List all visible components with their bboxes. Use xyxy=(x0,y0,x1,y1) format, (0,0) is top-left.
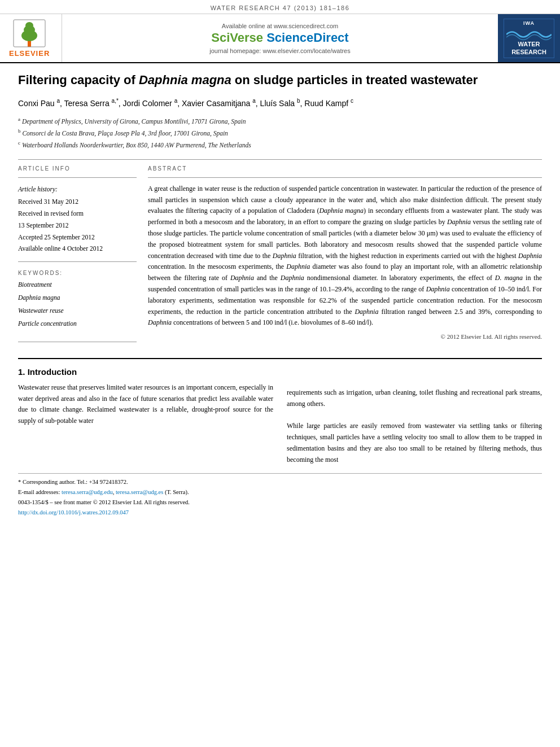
keywords-list: Biotreatment Daphnia magna Wastewater re… xyxy=(18,278,137,330)
doi-link[interactable]: http://dx.doi.org/10.1016/j.watres.2012.… xyxy=(18,509,129,516)
elsevier-left: ELSEVIER xyxy=(0,14,62,62)
footnote-issn: 0043-1354/$ – see front matter © 2012 El… xyxy=(18,497,542,508)
affiliations: a Department of Physics, University of G… xyxy=(18,115,542,151)
email-link-1[interactable]: teresa.serra@udg.edu xyxy=(62,489,113,495)
keywords-section: Keywords: Biotreatment Daphnia magna Was… xyxy=(18,270,137,330)
elsevier-tree-icon xyxy=(12,19,46,48)
sciencedirect-text: ScienceDirect xyxy=(263,30,349,45)
water-research-box: IWA WATER RESEARCH xyxy=(504,19,554,58)
keyword-3: Wastewater reuse xyxy=(18,304,137,317)
affiliation-a: a Department of Physics, University of G… xyxy=(18,115,542,127)
divider-keywords xyxy=(18,261,137,262)
divider-article-info xyxy=(18,177,137,178)
main-content: Filtering capacity of Daphnia magna on s… xyxy=(0,63,560,529)
footnote-corresponding: * Corresponding author. Tel.: +34 972418… xyxy=(18,477,542,487)
footnotes: * Corresponding author. Tel.: +34 972418… xyxy=(18,473,542,517)
keyword-1: Biotreatment xyxy=(18,278,137,291)
right-banner: IWA WATER RESEARCH xyxy=(498,14,560,62)
keywords-label: Keywords: xyxy=(18,270,137,276)
water-research-label: WATER RESEARCH xyxy=(504,41,554,55)
footnote-email: E-mail addresses: teresa.serra@udg.edu, … xyxy=(18,487,542,497)
authors: Conxi Pau a, Teresa Serra a,*, Jordi Col… xyxy=(18,97,542,110)
available-date: Available online 4 October 2012 xyxy=(18,243,137,255)
accepted-date: Accepted 25 September 2012 xyxy=(18,231,137,243)
body-two-col: 1. Introduction Wastewater reuse that pr… xyxy=(18,367,542,466)
abstract-heading: ABSTRACT xyxy=(148,165,542,172)
journal-header: WATER RESEARCH 47 (2013) 181–186 xyxy=(0,0,560,14)
divider-abstract xyxy=(148,177,542,178)
intro-col-left: 1. Introduction Wastewater reuse that pr… xyxy=(18,367,273,466)
divider-1 xyxy=(18,159,542,160)
article-info-content: Article history: Received 31 May 2012 Re… xyxy=(18,184,137,255)
article-info-abstract-row: ARTICLE INFO Article history: Received 3… xyxy=(18,165,542,348)
sciencedirect-brand: SciVerse ScienceDirect xyxy=(211,30,348,45)
received-date: Received 31 May 2012 xyxy=(18,196,137,208)
body-content: 1. Introduction Wastewater reuse that pr… xyxy=(18,358,542,466)
affiliation-b: b Consorci de la Costa Brava, Plaça Jose… xyxy=(18,127,542,139)
elsevier-label: ELSEVIER xyxy=(9,49,50,58)
divider-bottom-left xyxy=(18,342,137,342)
revised-label: Received in revised form xyxy=(18,208,137,220)
intro-col-right: requirements such as irrigation, urban c… xyxy=(287,367,542,466)
keyword-2: Daphnia magna xyxy=(18,291,137,304)
publisher-banner: ELSEVIER Available online at www.science… xyxy=(0,14,560,63)
email-link-2[interactable]: teresa.serra@udg.es xyxy=(116,489,163,495)
history-label: Article history: xyxy=(18,184,137,195)
article-info-col: ARTICLE INFO Article history: Received 3… xyxy=(18,165,137,348)
svg-point-3 xyxy=(25,22,33,29)
article-info-heading: ARTICLE INFO xyxy=(18,165,137,172)
intro-text-right: requirements such as irrigation, urban c… xyxy=(287,387,542,466)
footnote-doi: http://dx.doi.org/10.1016/j.watres.2012.… xyxy=(18,508,542,518)
iwa-label: IWA xyxy=(523,20,535,26)
abstract-text: A great challenge in water reuse is the … xyxy=(148,184,542,329)
intro-text-left: Wastewater reuse that preserves limited … xyxy=(18,382,273,427)
elsevier-logo: ELSEVIER xyxy=(9,19,50,58)
journal-homepage: journal homepage: www.elsevier.com/locat… xyxy=(209,47,350,54)
available-online-text: Available online at www.sciencedirect.co… xyxy=(222,23,338,29)
copyright-line: © 2012 Elsevier Ltd. All rights reserved… xyxy=(148,333,542,340)
affiliation-c: c Waterboard Hollands Noorderkwartier, B… xyxy=(18,139,542,151)
keyword-4: Particle concentration xyxy=(18,317,137,330)
sciverse-text: SciVerse xyxy=(211,30,263,45)
intro-title: 1. Introduction xyxy=(18,367,273,377)
wave-icon xyxy=(506,28,552,41)
revised-date: 13 September 2012 xyxy=(18,220,137,231)
center-banner: Available online at www.sciencedirect.co… xyxy=(62,14,498,62)
article-title: Filtering capacity of Daphnia magna on s… xyxy=(18,72,542,89)
journal-header-text: WATER RESEARCH 47 (2013) 181–186 xyxy=(211,5,350,11)
abstract-col: ABSTRACT A great challenge in water reus… xyxy=(148,165,542,348)
